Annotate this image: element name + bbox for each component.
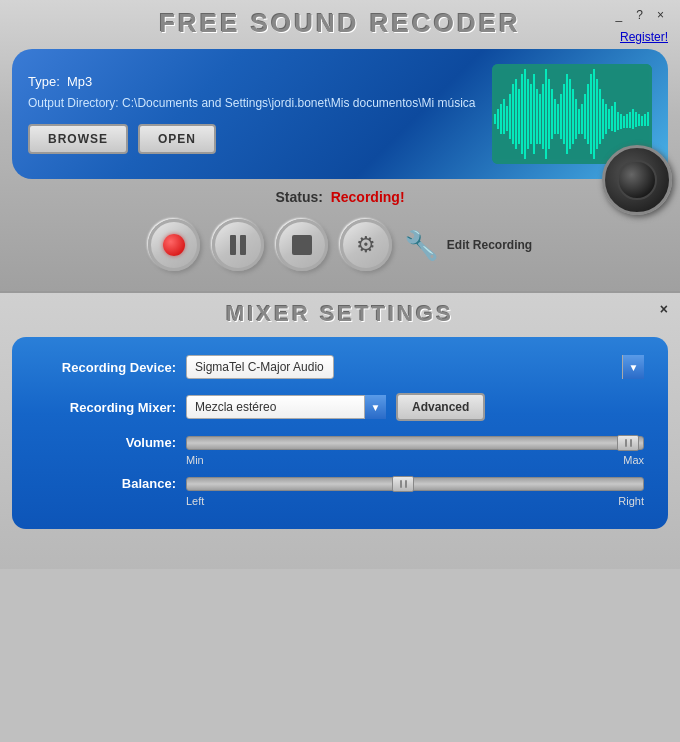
svg-rect-47 bbox=[632, 109, 634, 129]
svg-rect-42 bbox=[617, 112, 619, 130]
svg-rect-6 bbox=[509, 94, 511, 139]
volume-minmax: Min Max bbox=[36, 454, 644, 466]
info-left: Type: Mp3 Output Directory: C:\Documents… bbox=[28, 74, 480, 154]
settings-button[interactable]: ⚙ bbox=[340, 219, 392, 271]
svg-rect-13 bbox=[530, 84, 532, 144]
svg-rect-39 bbox=[608, 109, 610, 129]
min-label: Min bbox=[186, 454, 204, 466]
type-value: Mp3 bbox=[67, 74, 92, 89]
speaker-icon bbox=[602, 145, 672, 215]
balance-row: Balance: bbox=[36, 476, 644, 491]
svg-rect-11 bbox=[524, 69, 526, 159]
title-bar: FREE SOUND RECODER _ ? × Register! bbox=[0, 0, 680, 43]
svg-rect-43 bbox=[620, 114, 622, 129]
svg-rect-27 bbox=[572, 89, 574, 144]
svg-rect-33 bbox=[590, 74, 592, 154]
recording-device-row: Recording Device: SigmaTel C-Major Audio… bbox=[36, 355, 644, 379]
thumb-line-2 bbox=[630, 439, 632, 447]
stop-button[interactable] bbox=[276, 219, 328, 271]
svg-rect-23 bbox=[560, 94, 562, 139]
volume-slider-track[interactable] bbox=[186, 436, 644, 450]
status-value: Recording! bbox=[331, 189, 405, 205]
app-title: FREE SOUND RECODER bbox=[159, 8, 521, 39]
svg-rect-12 bbox=[527, 79, 529, 149]
svg-rect-44 bbox=[623, 116, 625, 128]
svg-rect-5 bbox=[506, 106, 508, 131]
balance-label: Balance: bbox=[36, 476, 176, 491]
close-button[interactable]: × bbox=[653, 6, 668, 24]
btn-row: BROWSE OPEN bbox=[28, 124, 480, 154]
svg-rect-10 bbox=[521, 74, 523, 154]
left-label: Left bbox=[186, 495, 204, 507]
recording-mixer-row: Recording Mixer: Mezcla estéreo ▼ Advanc… bbox=[36, 393, 644, 421]
svg-rect-4 bbox=[503, 99, 505, 134]
svg-rect-24 bbox=[563, 84, 565, 144]
balance-slider-track[interactable] bbox=[186, 477, 644, 491]
mixer-panel: MIXER SETTINGS × Recording Device: Sigma… bbox=[0, 291, 680, 569]
recording-device-select[interactable]: SigmaTel C-Major Audio bbox=[186, 355, 334, 379]
window-controls: _ ? × bbox=[612, 6, 668, 24]
svg-rect-9 bbox=[518, 89, 520, 144]
pause-button[interactable] bbox=[212, 219, 264, 271]
svg-rect-51 bbox=[644, 114, 646, 126]
svg-rect-31 bbox=[584, 94, 586, 139]
svg-rect-1 bbox=[494, 114, 496, 124]
device-select-arrow: ▼ bbox=[622, 355, 644, 379]
edit-recording-label[interactable]: Edit Recording bbox=[447, 238, 532, 252]
svg-rect-15 bbox=[536, 89, 538, 144]
svg-rect-45 bbox=[626, 114, 628, 128]
info-panel: Type: Mp3 Output Directory: C:\Documents… bbox=[12, 49, 668, 179]
volume-slider-thumb[interactable] bbox=[617, 435, 639, 451]
minimize-button[interactable]: _ bbox=[612, 6, 627, 24]
thumb-line-1 bbox=[625, 439, 627, 447]
svg-rect-32 bbox=[587, 84, 589, 144]
edit-row: 🔧 Edit Recording bbox=[404, 229, 532, 262]
svg-rect-2 bbox=[497, 109, 499, 129]
svg-rect-18 bbox=[545, 69, 547, 159]
status-bar: Status: Recording! bbox=[0, 189, 680, 205]
svg-rect-29 bbox=[578, 109, 580, 134]
mixer-close-button[interactable]: × bbox=[660, 301, 668, 317]
status-label: Status: bbox=[275, 189, 322, 205]
advanced-button[interactable]: Advanced bbox=[396, 393, 485, 421]
svg-rect-36 bbox=[599, 89, 601, 144]
record-button[interactable] bbox=[148, 219, 200, 271]
recording-mixer-select[interactable]: Mezcla estéreo bbox=[186, 395, 386, 419]
svg-rect-3 bbox=[500, 104, 502, 134]
svg-rect-38 bbox=[605, 104, 607, 134]
svg-rect-16 bbox=[539, 94, 541, 144]
volume-label: Volume: bbox=[36, 435, 176, 450]
max-label: Max bbox=[623, 454, 644, 466]
recording-mixer-label: Recording Mixer: bbox=[36, 400, 176, 415]
browse-button[interactable]: BROWSE bbox=[28, 124, 128, 154]
svg-rect-49 bbox=[638, 114, 640, 126]
svg-rect-34 bbox=[593, 69, 595, 159]
slider-section: Volume: Min Max Balance: bbox=[36, 435, 644, 507]
volume-row: Volume: bbox=[36, 435, 644, 450]
stop-icon bbox=[292, 235, 312, 255]
recording-mixer-wrapper: Mezcla estéreo ▼ bbox=[186, 395, 386, 419]
register-link[interactable]: Register! bbox=[620, 30, 668, 44]
record-icon bbox=[163, 234, 185, 256]
open-button[interactable]: OPEN bbox=[138, 124, 216, 154]
mixer-title: MIXER SETTINGS bbox=[226, 301, 454, 327]
svg-rect-30 bbox=[581, 104, 583, 134]
balance-slider-thumb[interactable] bbox=[392, 476, 414, 492]
svg-rect-8 bbox=[515, 79, 517, 149]
svg-rect-20 bbox=[551, 89, 553, 139]
svg-rect-14 bbox=[533, 74, 535, 154]
dir-label: Output Directory: bbox=[28, 96, 119, 110]
svg-rect-48 bbox=[635, 112, 637, 127]
svg-rect-50 bbox=[641, 116, 643, 126]
help-button[interactable]: ? bbox=[632, 6, 647, 24]
recording-device-label: Recording Device: bbox=[36, 360, 176, 375]
balance-leftright: Left Right bbox=[36, 495, 644, 507]
pause-icon bbox=[230, 235, 246, 255]
svg-rect-40 bbox=[611, 106, 613, 131]
balance-thumb-line-2 bbox=[405, 480, 407, 488]
svg-rect-21 bbox=[554, 99, 556, 134]
svg-rect-19 bbox=[548, 79, 550, 149]
info-type: Type: Mp3 bbox=[28, 74, 480, 89]
top-window: FREE SOUND RECODER _ ? × Register! Type:… bbox=[0, 0, 680, 291]
controls-row: ⚙ 🔧 Edit Recording bbox=[0, 215, 680, 275]
